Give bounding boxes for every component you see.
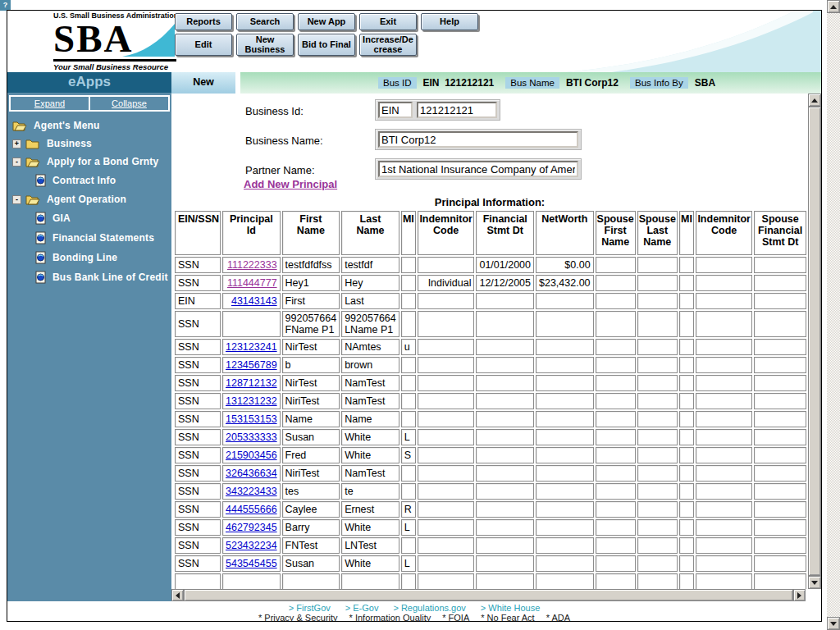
cell-financial-stmt-dt — [476, 357, 534, 373]
cell-financial-stmt-dt: 01/01/2000 — [476, 257, 534, 273]
principal-link-111444777[interactable]: 111444777 — [227, 277, 277, 289]
sidebar-item-label: Business — [47, 138, 92, 149]
cell-ein-ssn: SSN — [175, 339, 221, 355]
principal-link-444555666[interactable]: 444555666 — [226, 504, 277, 515]
cell-net-worth — [536, 393, 594, 409]
principal-link-131231232[interactable]: 131231232 — [226, 395, 277, 407]
sidebar-item-apply-for-a-bond-grnty[interactable]: -Apply for a Bond Grnty — [7, 153, 171, 171]
sidebar-item-agent-operation[interactable]: -Agent Operation — [7, 190, 171, 208]
cell-spouse-mi — [679, 465, 694, 482]
document-icon — [35, 231, 46, 244]
cell-spouse-indemnitor-code — [696, 555, 752, 572]
cell-last-name: NamTest — [341, 465, 399, 482]
header-button-exit[interactable]: Exit — [359, 13, 417, 30]
page-scroll-up-button[interactable] — [827, 0, 840, 13]
cell-ein-ssn: SSN — [175, 483, 221, 500]
principal-link-462792345[interactable]: 462792345 — [226, 522, 277, 533]
sidebar-item-financial-statements[interactable]: Financial Statements — [7, 228, 171, 248]
cell-principal-id: 326436634 — [222, 465, 281, 482]
cell-spouse-last-name — [637, 537, 678, 554]
cell-spouse-financial-stmt-dt — [754, 573, 806, 589]
business-id-number-field[interactable] — [417, 102, 497, 118]
partner-name-field[interactable] — [378, 161, 578, 177]
cell-ein-ssn: SSN — [175, 555, 221, 572]
cell-mi — [401, 465, 416, 482]
footer-link-privacy-security[interactable]: * Privacy & Security — [258, 613, 338, 622]
cell-net-worth — [536, 411, 594, 427]
principal-link-215903456[interactable]: 215903456 — [226, 450, 277, 461]
header-button-search[interactable]: Search — [236, 13, 294, 30]
cell-last-name: White — [341, 447, 399, 463]
sidebar-item-gia[interactable]: GIA — [7, 208, 171, 228]
header-button-bid-to-final[interactable]: Bid to Final — [298, 34, 355, 56]
header-button-new-business[interactable]: New Business — [236, 34, 294, 56]
arrow-up-icon — [830, 5, 837, 9]
cell-financial-stmt-dt — [476, 311, 534, 337]
sidebar-item-agent-s-menu[interactable]: Agent's Menu — [7, 116, 171, 135]
content-scroll-right-button[interactable] — [793, 589, 806, 601]
principal-link-43143143[interactable]: 43143143 — [231, 295, 277, 307]
principal-link-523432234[interactable]: 523432234 — [226, 540, 277, 551]
cell-spouse-mi — [679, 393, 694, 409]
header: U.S. Small Business Administration SBA Y… — [7, 11, 821, 72]
header-button-help[interactable]: Help — [421, 13, 478, 30]
footer-link-no-fear-act[interactable]: * No Fear Act — [481, 613, 534, 622]
footer-link-regulations-gov[interactable]: > Regulations.gov — [393, 603, 465, 613]
principal-link-343223433[interactable]: 343223433 — [226, 486, 277, 497]
header-button-reports[interactable]: Reports — [175, 13, 232, 30]
sidebar-item-label: Apply for a Bond Grnty — [47, 156, 158, 167]
principal-link-111222333[interactable]: 111222333 — [227, 259, 277, 271]
cell-spouse-first-name — [596, 339, 636, 355]
principal-link-326436634[interactable]: 326436634 — [226, 468, 277, 479]
sidebar-item-contract-info[interactable]: Contract Info — [7, 171, 171, 190]
cell-ein-ssn: EIN — [175, 293, 221, 309]
footer-link-information-quality[interactable]: * Information Quality — [349, 613, 431, 622]
principal-link-205333333[interactable]: 205333333 — [226, 431, 277, 443]
cell-last-name: NAmtes — [341, 339, 399, 355]
principal-link-123456789[interactable]: 123456789 — [226, 359, 277, 371]
principal-link-123123241[interactable]: 123123241 — [226, 341, 277, 353]
collapse-toggle-icon[interactable]: - — [12, 195, 21, 204]
expand-button[interactable]: Expand — [10, 96, 89, 111]
column-header-spouse-last-name-9: Spouse Last Name — [637, 211, 678, 255]
header-button-new-app[interactable]: New App — [298, 13, 355, 30]
content-scrollbar-vertical[interactable] — [808, 94, 821, 589]
main-content: Business Id: Business Name: Partner Name… — [171, 94, 821, 601]
sidebar: eApps Expand Collapse Agent's Menu+Busin… — [7, 72, 171, 601]
sidebar-item-business[interactable]: +Business — [7, 135, 171, 153]
business-id-type-field[interactable] — [378, 102, 413, 118]
content-scroll-down-button[interactable] — [808, 576, 821, 589]
collapse-toggle-icon[interactable]: - — [12, 158, 21, 167]
principal-link-128712132[interactable]: 128712132 — [226, 377, 277, 389]
cell-indemnitor-code — [418, 257, 475, 273]
sidebar-item-label: Financial Statements — [52, 232, 154, 244]
footer-link-firstgov[interactable]: > FirstGov — [289, 603, 331, 613]
table-row: SSN523432234FNTestLNTest — [175, 537, 806, 554]
content-vertical-scroll-thumb[interactable] — [808, 107, 821, 576]
footer-link-e-gov[interactable]: > E-Gov — [345, 603, 379, 613]
page-scroll-down-button[interactable] — [827, 617, 840, 630]
tab-new[interactable]: New — [171, 72, 235, 94]
principal-link-543545455[interactable]: 543545455 — [226, 558, 277, 569]
sidebar-item-bus-bank-line-of-credit[interactable]: Bus Bank Line of Credit — [7, 267, 171, 287]
footer-link-white-house[interactable]: > White House — [481, 603, 540, 613]
arrow-right-icon — [797, 592, 801, 599]
content-scrollbar-horizontal[interactable] — [171, 589, 806, 601]
footer-link-ada[interactable]: * ADA — [546, 613, 570, 622]
sba-eapps-window: ? U.S. Small Business Administration SBA… — [0, 0, 840, 630]
content-scroll-left-button[interactable] — [171, 589, 184, 601]
add-new-principal-link[interactable]: Add New Principal — [244, 178, 337, 190]
column-header-indemnitor-code-11: Indemnitor Code — [696, 211, 752, 255]
footer-link-foia[interactable]: * FOIA — [442, 613, 469, 622]
content-horizontal-scroll-thumb[interactable] — [184, 589, 793, 601]
business-name-field[interactable] — [378, 131, 578, 148]
principal-link-153153153[interactable]: 153153153 — [226, 413, 277, 425]
header-button-increase-decrease[interactable]: Increase/Decrease — [359, 34, 417, 56]
header-button-edit[interactable]: Edit — [175, 34, 232, 56]
content-scroll-up-button[interactable] — [808, 94, 821, 107]
expand-toggle-icon[interactable]: + — [12, 139, 21, 148]
collapse-button[interactable]: Collapse — [89, 96, 169, 111]
page-scrollbar-vertical[interactable] — [827, 0, 840, 630]
sidebar-item-bonding-line[interactable]: Bonding Line — [7, 248, 171, 267]
arrow-down-icon — [830, 622, 837, 626]
